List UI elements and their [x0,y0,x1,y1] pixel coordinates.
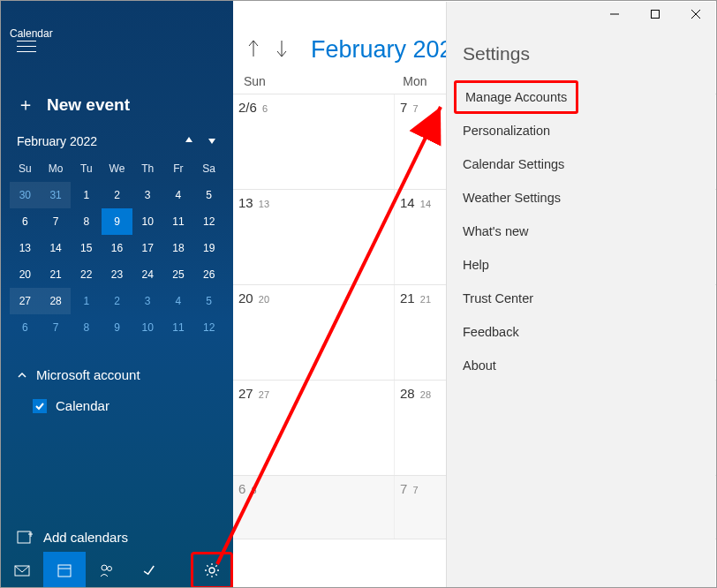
mini-day-cell[interactable]: 19 [193,235,224,261]
mini-day-cell[interactable]: 12 [193,208,224,235]
window-minimize-button[interactable] [594,1,635,27]
mini-day-cell[interactable]: 13 [10,235,41,261]
svg-rect-4 [58,565,71,577]
settings-item-weather-settings[interactable]: Weather Settings [447,181,715,215]
mini-day-cell[interactable]: 6 [10,208,41,235]
new-event-button[interactable]: ＋ New event [1,93,233,117]
mini-day-cell[interactable]: 11 [163,208,194,235]
settings-button[interactable] [191,552,233,588]
mini-day-cell[interactable]: 30 [10,182,41,208]
mini-day-cell[interactable]: 5 [193,182,224,208]
mini-day-cell[interactable]: 1 [71,288,102,314]
day-number: 7 7 [400,481,419,496]
mini-day-cell[interactable]: 14 [41,235,72,261]
settings-item-manage-accounts[interactable]: Manage Accounts [454,80,578,114]
calendar-checkbox[interactable]: Calendar [33,398,217,413]
settings-item-personalization[interactable]: Personalization [447,114,715,147]
mini-day-cell[interactable]: 2 [102,288,132,314]
day-number: 27 27 [238,386,269,401]
mini-day-cell[interactable]: 10 [132,208,163,235]
day-number: 13 13 [238,195,269,210]
weekday-header: Sun [240,74,399,88]
mini-day-cell[interactable]: 3 [132,288,163,314]
mini-weekday-header: Fr [163,155,194,182]
day-cell[interactable]: 2/6 6 [233,94,395,189]
mini-day-cell[interactable]: 20 [10,261,41,288]
prev-period-button[interactable] [245,39,261,62]
mini-day-cell[interactable]: 7 [41,314,72,341]
account-toggle[interactable]: Microsoft account [17,367,217,382]
mini-day-cell[interactable]: 27 [10,288,41,314]
mini-day-cell[interactable]: 31 [41,182,72,208]
settings-item-trust-center[interactable]: Trust Center [447,282,715,315]
sidebar: Calendar ＋ New event February 2022 SuMoT… [1,1,233,588]
mini-cal-prev-button[interactable] [184,134,194,148]
mini-day-cell[interactable]: 5 [193,288,224,314]
window-maximize-button[interactable] [635,1,675,27]
settings-item-about[interactable]: About [447,349,715,382]
mini-day-cell[interactable]: 18 [163,235,194,261]
settings-item-calendar-settings[interactable]: Calendar Settings [447,147,715,181]
day-number: 2/6 6 [238,100,268,115]
add-calendars-button[interactable]: Add calendars [1,529,233,545]
mini-day-cell[interactable]: 4 [163,182,194,208]
day-number: 14 14 [400,195,431,210]
checkbox-checked-icon [33,399,47,413]
mini-day-cell[interactable]: 9 [102,208,132,235]
svg-rect-18 [652,11,660,19]
mini-weekday-header: Tu [71,155,102,182]
settings-item-feedback[interactable]: Feedback [447,315,715,349]
mini-day-cell[interactable]: 10 [132,314,163,341]
account-label: Microsoft account [36,367,140,382]
mini-day-cell[interactable]: 3 [132,182,163,208]
todo-button[interactable] [128,552,170,588]
mini-day-cell[interactable]: 28 [41,288,72,314]
settings-item-help[interactable]: Help [447,248,715,282]
mini-day-cell[interactable]: 15 [71,235,102,261]
hamburger-button[interactable] [17,36,36,52]
svg-rect-0 [18,531,30,543]
mini-day-cell[interactable]: 21 [41,261,72,288]
mini-weekday-header: Th [132,155,163,182]
mini-day-cell[interactable]: 11 [163,314,194,341]
mini-day-cell[interactable]: 6 [10,314,41,341]
mini-calendar-title[interactable]: February 2022 [17,134,184,148]
svg-line-16 [215,565,216,566]
mini-day-cell[interactable]: 23 [102,261,132,288]
day-number: 6 6 [238,481,257,496]
mail-button[interactable] [1,552,43,588]
mini-day-cell[interactable]: 8 [71,208,102,235]
people-button[interactable] [86,552,128,588]
day-cell[interactable]: 13 13 [233,190,395,284]
day-cell[interactable]: 20 20 [233,285,395,380]
svg-point-7 [108,567,112,571]
mini-day-cell[interactable]: 17 [132,235,163,261]
mini-day-cell[interactable]: 24 [132,261,163,288]
mini-day-cell[interactable]: 2 [102,182,132,208]
mini-day-cell[interactable]: 7 [41,208,72,235]
window-close-button[interactable] [675,1,716,27]
mini-day-cell[interactable]: 12 [193,314,224,341]
mini-day-cell[interactable]: 26 [193,261,224,288]
mini-day-cell[interactable]: 16 [102,235,132,261]
mini-day-cell[interactable]: 1 [71,182,102,208]
mini-day-cell[interactable]: 9 [102,314,132,341]
day-cell[interactable]: 27 27 [233,381,395,475]
day-number: 21 21 [400,290,431,305]
mini-day-cell[interactable]: 4 [163,288,194,314]
calendar-checkbox-label: Calendar [56,398,109,413]
calendar-nav-button[interactable] [43,552,86,588]
new-event-label: New event [47,95,130,115]
settings-item-whats-new[interactable]: What's new [447,215,715,248]
mini-day-cell[interactable]: 8 [71,314,102,341]
plus-icon: ＋ [17,93,34,117]
mini-day-cell[interactable]: 25 [163,261,194,288]
current-month-title[interactable]: February 2022 [311,36,466,64]
add-calendar-icon [17,529,33,545]
next-period-button[interactable] [274,39,290,62]
mini-calendar-grid: SuMoTuWeThFrSa30311234567891011121314151… [1,155,233,341]
add-calendars-label: Add calendars [43,530,128,545]
day-cell[interactable]: 6 6 [233,476,395,539]
mini-cal-next-button[interactable] [207,134,217,148]
mini-day-cell[interactable]: 22 [71,261,102,288]
